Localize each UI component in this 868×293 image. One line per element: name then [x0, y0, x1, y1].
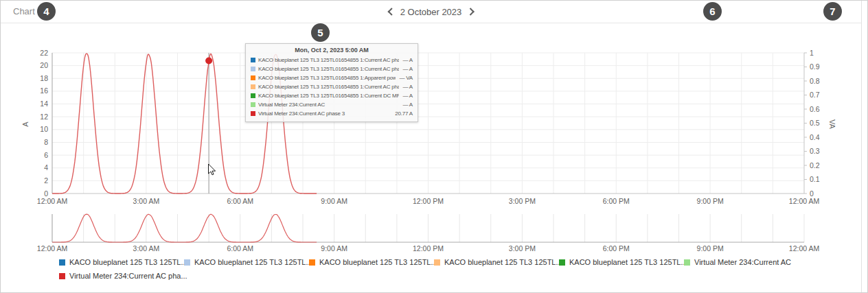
svg-text:12:00 AM: 12:00 AM: [37, 244, 67, 253]
tooltip-row: KACO blueplanet 125 TL3 125TL01654855 1:…: [251, 56, 413, 65]
chart-panel: Chart 2 October 2023 Real-time values: [0, 0, 868, 293]
legend-label: KACO blueplanet 125 TL3 125TL...: [69, 258, 187, 266]
svg-text:3:00 AM: 3:00 AM: [133, 244, 160, 253]
svg-text:16: 16: [40, 86, 48, 95]
legend-label: KACO blueplanet 125 TL3 125TL...: [194, 258, 312, 266]
svg-text:3:00 PM: 3:00 PM: [509, 244, 536, 253]
chart-tooltip: Mon, Oct 2, 2023 5:00 AM KACO blueplanet…: [245, 43, 418, 122]
svg-text:0.9: 0.9: [810, 62, 820, 71]
legend-swatch-icon: [59, 259, 65, 266]
legend-swatch-icon: [59, 273, 65, 279]
legend-row: KACO blueplanet 125 TL3 125TL...KACO blu…: [59, 255, 828, 269]
tooltip-series-value: — A: [402, 93, 413, 99]
tooltip-row: KACO blueplanet 125 TL3 125TL01654855 1:…: [251, 91, 413, 100]
annotation-badge-6: 6: [703, 2, 722, 21]
tooltip-series-label: KACO blueplanet 125 TL3 125TL01654855 1:…: [258, 57, 399, 63]
tooltip-series-label: KACO blueplanet 125 TL3 125TL01654855 1:…: [258, 66, 399, 72]
legend-swatch-icon: [309, 259, 315, 266]
series-swatch-icon: [251, 93, 255, 98]
annotation-badge-5: 5: [311, 23, 330, 42]
tooltip-series-label: KACO blueplanet 125 TL3 125TL01654855 1:…: [258, 75, 396, 81]
tooltip-series-value: — A: [402, 84, 413, 90]
right-axis-ticks: 00.10.20.30.40.50.60.70.80.91: [804, 49, 820, 198]
legend-item[interactable]: Virtual Meter 234:Current AC pha...: [59, 272, 187, 280]
right-axis-title: VA: [828, 119, 836, 130]
legend-label: Virtual Meter 234:Current AC: [694, 258, 791, 266]
tooltip-series-value: 20.77 A: [395, 110, 413, 117]
svg-text:0.7: 0.7: [810, 91, 820, 99]
legend-item[interactable]: KACO blueplanet 125 TL3 125TL...: [434, 258, 559, 266]
legend-item[interactable]: KACO blueplanet 125 TL3 125TL...: [59, 258, 184, 266]
svg-text:6:00 AM: 6:00 AM: [227, 244, 253, 253]
legend-item[interactable]: Virtual Meter 234:Current AC: [684, 258, 791, 266]
panel-header: Chart 2 October 2023 Real-time values: [1, 1, 861, 23]
svg-text:4: 4: [44, 163, 48, 172]
series-swatch-icon: [251, 102, 255, 107]
tooltip-series-value: — A: [402, 66, 413, 72]
legend-swatch-icon: [559, 259, 565, 266]
svg-text:6: 6: [44, 151, 48, 159]
main-chart-grid: [52, 53, 804, 194]
svg-text:12:00 PM: 12:00 PM: [413, 244, 444, 253]
legend-row: Virtual Meter 234:Current AC pha...: [59, 269, 828, 283]
svg-text:0.2: 0.2: [810, 161, 820, 169]
annotation-badge-7: 7: [823, 2, 842, 21]
legend-swatch-icon: [684, 259, 690, 266]
navigator-chart[interactable]: [52, 214, 804, 242]
left-axis-ticks: 0246810121416182022: [40, 49, 48, 198]
series-swatch-icon: [251, 75, 255, 80]
tooltip-row: KACO blueplanet 125 TL3 125TL01654855 1:…: [251, 73, 413, 82]
tooltip-series-label: KACO blueplanet 125 TL3 125TL01654855 1:…: [258, 93, 399, 99]
tooltip-series-label: Virtual Meter 234:Current AC: [258, 102, 399, 108]
svg-text:6:00 PM: 6:00 PM: [603, 197, 630, 205]
svg-text:0.1: 0.1: [810, 175, 820, 183]
svg-text:0: 0: [44, 189, 48, 198]
svg-text:3:00 PM: 3:00 PM: [509, 197, 536, 205]
svg-text:0.3: 0.3: [810, 147, 820, 155]
svg-text:12:00 AM: 12:00 AM: [789, 244, 819, 253]
svg-text:9:00 AM: 9:00 AM: [321, 197, 347, 205]
main-x-labels: 12:00 AM3:00 AM6:00 AM9:00 AM12:00 PM3:0…: [37, 197, 819, 205]
svg-text:2: 2: [44, 176, 48, 185]
tooltip-series-value: — A: [402, 57, 413, 63]
previous-day-icon[interactable]: [387, 8, 395, 15]
svg-text:12:00 AM: 12:00 AM: [37, 197, 67, 205]
svg-text:8: 8: [44, 138, 48, 146]
annotation-badge-4: 4: [37, 2, 56, 21]
hover-marker: [205, 57, 212, 64]
tooltip-series-label: Virtual Meter 234:Current AC phase 3: [258, 110, 391, 117]
legend-item[interactable]: KACO blueplanet 125 TL3 125TL...: [184, 258, 309, 266]
svg-text:9:00 PM: 9:00 PM: [697, 244, 724, 253]
panel-title: Chart: [13, 1, 35, 23]
series-swatch-icon: [251, 111, 255, 116]
svg-text:12:00 PM: 12:00 PM: [413, 197, 444, 205]
svg-text:0.8: 0.8: [810, 77, 820, 85]
date-navigation: 2 October 2023: [389, 1, 474, 23]
series-swatch-icon: [251, 84, 255, 89]
svg-text:12: 12: [40, 113, 48, 121]
series-swatch-icon: [251, 58, 255, 62]
tooltip-row: Virtual Meter 234:Current AC— A: [251, 100, 413, 109]
tooltip-row: KACO blueplanet 125 TL3 125TL01654855 1:…: [251, 65, 413, 73]
tooltip-series-value: — A: [402, 102, 413, 108]
left-axis-title: A: [21, 121, 30, 127]
mouse-cursor: [209, 164, 216, 175]
tooltip-rows: KACO blueplanet 125 TL3 125TL01654855 1:…: [251, 56, 413, 118]
svg-text:18: 18: [40, 74, 48, 82]
svg-text:9:00 AM: 9:00 AM: [321, 244, 347, 253]
tooltip-row: Virtual Meter 234:Current AC phase 320.7…: [251, 109, 413, 118]
legend-swatch-icon: [184, 259, 190, 266]
legend-item[interactable]: KACO blueplanet 125 TL3 125TL...: [309, 258, 434, 266]
svg-text:0: 0: [810, 189, 814, 198]
next-day-icon[interactable]: [467, 8, 475, 15]
legend-item[interactable]: KACO blueplanet 125 TL3 125TL...: [559, 258, 684, 266]
nav-x-labels: 12:00 AM3:00 AM6:00 AM9:00 AM12:00 PM3:0…: [37, 244, 819, 253]
legend-label: Virtual Meter 234:Current AC pha...: [69, 272, 187, 280]
svg-text:6:00 PM: 6:00 PM: [603, 244, 630, 253]
legend-label: KACO blueplanet 125 TL3 125TL...: [569, 258, 687, 266]
date-label: 2 October 2023: [400, 7, 462, 17]
svg-text:1: 1: [810, 49, 814, 57]
svg-text:0.4: 0.4: [810, 133, 820, 141]
chart-canvas[interactable]: 024681012141618202200.10.20.30.40.50.60.…: [1, 1, 868, 293]
svg-text:6:00 AM: 6:00 AM: [227, 197, 253, 205]
